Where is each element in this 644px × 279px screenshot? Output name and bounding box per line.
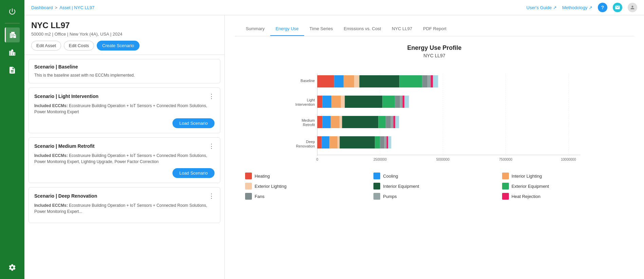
breadcrumb: Dashboard > Asset | NYC LL97 — [31, 5, 94, 10]
bar-baseline-heating — [317, 75, 334, 87]
legend-label-cooling: Cooling — [383, 174, 398, 179]
sidebar — [0, 0, 24, 279]
chart-title: Energy Use Profile — [238, 44, 630, 52]
load-light-button[interactable]: Load Scenario — [172, 118, 215, 128]
bar-light-cooling — [323, 96, 332, 108]
legend-swatch-heat-rejection — [502, 193, 509, 200]
edit-costs-button[interactable]: Edit Costs — [64, 41, 94, 51]
bar-light-pumps — [400, 96, 403, 108]
bar-light-ext-lighting — [341, 96, 345, 108]
load-medium-button[interactable]: Load Scenario — [172, 168, 215, 178]
sidebar-icon-power[interactable] — [5, 4, 20, 19]
svg-text:Light: Light — [307, 98, 315, 102]
bar-deep-ext-equip — [375, 136, 380, 148]
bar-light-heat-reject — [403, 96, 405, 108]
scenario-card-baseline: Scenario | Baseline This is the baseline… — [29, 59, 220, 83]
email-icon[interactable] — [613, 3, 622, 12]
asset-title: NYC LL97 — [31, 21, 218, 30]
chart-subtitle: NYC LL97 — [238, 53, 630, 58]
legend-cooling: Cooling — [373, 173, 495, 179]
bar-baseline-ext-equip — [400, 75, 422, 87]
bar-light-heating — [317, 96, 323, 108]
scenario-light-menu[interactable]: ⋮ — [208, 93, 215, 100]
tab-time-series[interactable]: Time Series — [304, 22, 338, 36]
scenario-light-header: Scenario | Light Intervention ⋮ — [34, 93, 215, 100]
sidebar-icon-building[interactable] — [5, 27, 20, 42]
scenario-light-eccms: Included ECCMs: Ecostruxure Building Ope… — [34, 103, 215, 115]
users-guide-link[interactable]: User's Guide ↗ — [527, 5, 557, 10]
svg-text:2500000: 2500000 — [373, 158, 387, 161]
scenarios-list[interactable]: Scenario | Baseline This is the baseline… — [24, 55, 224, 279]
breadcrumb-separator: > — [55, 5, 58, 10]
create-scenario-button[interactable]: Create Scenario — [97, 41, 140, 51]
scenario-medium-menu[interactable]: ⋮ — [208, 142, 215, 150]
legend-swatch-int-equip — [373, 183, 380, 190]
bar-medium-ext-equip — [379, 116, 386, 128]
bar-baseline-pumps — [428, 75, 431, 87]
legend-fans: Fans — [245, 193, 367, 200]
methodology-link[interactable]: Methodology ↗ — [562, 5, 592, 10]
bar-baseline-int-equip — [360, 75, 400, 87]
breadcrumb-asset[interactable]: Asset | NYC LL97 — [59, 5, 94, 10]
sidebar-icon-city[interactable] — [5, 45, 20, 60]
bar-baseline-int-lighting — [344, 75, 354, 87]
chart-area: Baseline Light Intervention Medium Retro… — [238, 68, 630, 164]
bar-medium-heating — [317, 116, 323, 128]
legend-heat-rejection: Heat Rejection — [502, 193, 624, 200]
tab-pdf-report[interactable]: PDF Report — [418, 22, 452, 36]
legend-label-int-lighting: Interior Lighting — [512, 174, 542, 179]
legend-exterior-lighting: Exterior Lighting — [245, 183, 367, 190]
scenario-medium-title: Scenario | Medium Retrofit — [34, 143, 94, 149]
sidebar-icon-settings[interactable] — [5, 260, 20, 275]
asset-actions: Edit Asset Edit Costs Create Scenario — [24, 41, 224, 55]
scenario-deep-menu[interactable]: ⋮ — [208, 192, 215, 200]
svg-text:10000000: 10000000 — [561, 158, 576, 161]
scenario-baseline-title: Scenario | Baseline — [34, 64, 78, 69]
svg-text:Renovation: Renovation — [296, 144, 315, 148]
tab-emissions-cost[interactable]: Emissions vs. Cost — [338, 22, 386, 36]
legend-swatch-heating — [245, 173, 252, 179]
tab-energy-use[interactable]: Energy Use — [270, 22, 304, 36]
svg-text:Deep: Deep — [306, 140, 315, 144]
scenario-medium-eccms: Included ECCMs: Ecostruxure Building Ope… — [34, 153, 215, 165]
scenario-deep-header: Scenario | Deep Renovation ⋮ — [34, 192, 215, 200]
help-icon[interactable]: ? — [598, 3, 607, 12]
left-panel: NYC LL97 50000 m2 | Office | New York (4… — [24, 15, 225, 279]
scenario-medium-footer: Load Scenario — [34, 168, 215, 178]
top-nav: Dashboard > Asset | NYC LL97 User's Guid… — [24, 0, 644, 15]
bar-medium-fans — [386, 116, 391, 128]
scenario-baseline-header: Scenario | Baseline — [34, 64, 215, 69]
bar-baseline-ext-lighting — [354, 75, 360, 87]
bar-baseline-extra — [433, 75, 438, 87]
scenario-light-footer: Load Scenario — [34, 118, 215, 128]
legend-label-heating: Heating — [255, 174, 270, 179]
bar-medium-int-equip — [342, 116, 379, 128]
legend-swatch-cooling — [373, 173, 380, 179]
scenario-card-medium: Scenario | Medium Retrofit ⋮ Included EC… — [29, 137, 220, 183]
bar-deep-heat-reject — [387, 136, 388, 148]
chart-legend: Heating Cooling Interior Lighting Exteri… — [238, 173, 630, 200]
main-area: Dashboard > Asset | NYC LL97 User's Guid… — [24, 0, 644, 279]
user-avatar[interactable] — [628, 3, 637, 12]
legend-label-ext-equip: Exterior Equipment — [512, 184, 549, 189]
breadcrumb-dashboard[interactable]: Dashboard — [31, 5, 53, 10]
legend-swatch-ext-lighting — [245, 183, 252, 190]
tab-nyc-ll97[interactable]: NYC LL97 — [386, 22, 418, 36]
bar-deep-pumps — [385, 136, 387, 148]
energy-use-chart: Baseline Light Intervention Medium Retro… — [238, 68, 630, 163]
legend-label-heat-rejection: Heat Rejection — [512, 194, 540, 199]
bar-medium-int-lighting — [331, 116, 340, 128]
bar-deep-int-lighting — [330, 136, 338, 148]
scenario-card-deep: Scenario | Deep Renovation ⋮ Included EC… — [29, 187, 220, 223]
bar-medium-ext-lighting — [340, 116, 342, 128]
top-nav-right: User's Guide ↗ Methodology ↗ ? — [527, 3, 637, 12]
legend-interior-equipment: Interior Equipment — [373, 183, 495, 190]
sidebar-icon-reports[interactable] — [5, 63, 20, 78]
legend-swatch-fans — [245, 193, 252, 200]
legend-interior-lighting: Interior Lighting — [502, 173, 624, 179]
bar-medium-cooling — [323, 116, 331, 128]
tab-summary[interactable]: Summary — [240, 22, 270, 36]
chart-tabs: Summary Energy Use Time Series Emissions… — [235, 22, 634, 36]
bar-deep-fans — [380, 136, 385, 148]
edit-asset-button[interactable]: Edit Asset — [31, 41, 61, 51]
